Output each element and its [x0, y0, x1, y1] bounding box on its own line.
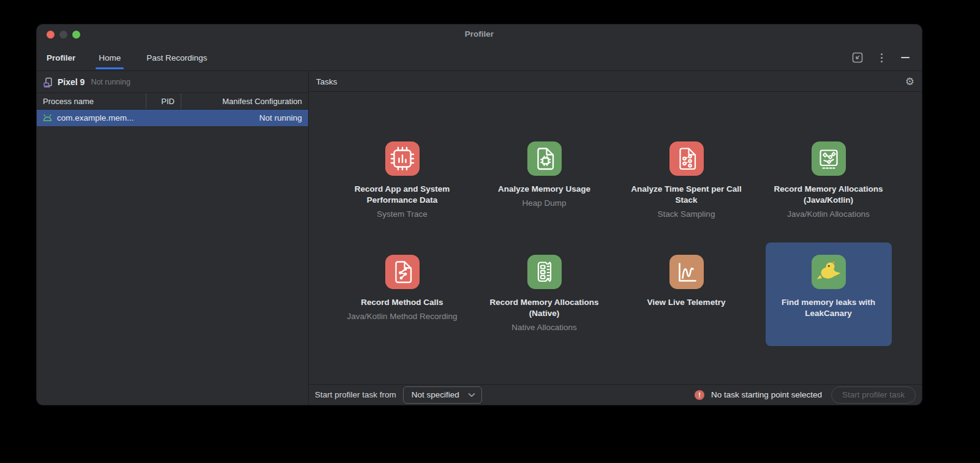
dock-window-icon[interactable] [851, 51, 864, 64]
device-status: Not running [91, 78, 130, 86]
start-profiler-task-button[interactable]: Start profiler task [831, 386, 916, 404]
profiler-window: Profiler Profiler Home Past Recordings [37, 24, 922, 405]
java-allocations-icon [812, 141, 846, 176]
task-subtitle: Java/Kotlin Allocations [787, 209, 869, 220]
tab-home[interactable]: Home [99, 45, 121, 71]
tasks-header: Tasks ⚙ [309, 72, 922, 92]
task-card-stack-sampling[interactable]: Analyze Time Spent per Call Stack Stack … [616, 129, 758, 233]
process-status: Not running [259, 113, 302, 122]
window-title: Profiler [37, 29, 922, 39]
column-pid: PID [146, 93, 181, 109]
task-title: Record Method Calls [361, 297, 443, 308]
task-subtitle: Native Allocations [511, 322, 577, 333]
task-card-leakcanary[interactable]: Find memory leaks with LeakCanary [766, 243, 892, 346]
task-title: Analyze Time Spent per Call Stack [624, 184, 749, 206]
chevron-down-icon [468, 393, 475, 397]
column-process-name: Process name [37, 93, 146, 109]
task-subtitle: Stack Sampling [658, 209, 715, 220]
warning-icon: ! [695, 390, 704, 400]
task-card-system-trace[interactable]: Record App and System Performance Data S… [331, 129, 473, 233]
more-options-icon[interactable] [875, 51, 888, 64]
task-card-native-allocations[interactable]: Record Memory Allocations (Native) Nativ… [473, 243, 616, 346]
tasks-panel: Tasks ⚙ Rec [309, 72, 922, 405]
warning-message: No task starting point selected [711, 390, 822, 399]
column-manifest-configuration: Manifest Configuration [181, 93, 308, 109]
task-title: Record Memory Allocations (Java/Kotlin) [766, 184, 891, 206]
task-card-heap-dump[interactable]: Analyze Memory Usage Heap Dump [473, 129, 616, 233]
task-title: View Live Telemetry [647, 297, 726, 308]
task-title: Find memory leaks with LeakCanary [766, 297, 891, 319]
active-tab-underline [96, 67, 124, 69]
task-title: Record App and System Performance Data [340, 184, 465, 206]
starting-point-dropdown[interactable]: Not specified [403, 386, 482, 404]
process-table-header: Process name PID Manifest Configuration [37, 93, 308, 110]
table-row[interactable]: com.example.mem... Not running [37, 110, 308, 126]
task-subtitle: Java/Kotlin Method Recording [347, 311, 457, 322]
android-icon [43, 115, 52, 121]
task-subtitle: System Trace [377, 209, 428, 220]
device-name: Pixel 9 [58, 77, 85, 87]
gear-icon[interactable]: ⚙ [905, 77, 914, 87]
cpu-chart-icon [385, 141, 420, 176]
start-from-label: Start profiler task from [315, 390, 396, 399]
device-row: Pixel 9 Not running [37, 72, 308, 93]
hide-icon[interactable] [899, 51, 912, 64]
tab-past-recordings[interactable]: Past Recordings [146, 45, 207, 71]
task-card-java-kotlin-allocations[interactable]: Record Memory Allocations (Java/Kotlin) … [758, 129, 900, 233]
tasks-body: Record App and System Performance Data S… [309, 92, 922, 384]
task-footer-bar: Start profiler task from Not specified !… [309, 384, 922, 405]
task-card-method-calls[interactable]: Record Method Calls Java/Kotlin Method R… [331, 243, 473, 346]
task-title: Analyze Memory Usage [498, 184, 590, 195]
task-card-live-telemetry[interactable]: View Live Telemetry [616, 243, 758, 346]
leakcanary-icon [812, 255, 846, 289]
title-bar: Profiler [37, 24, 922, 45]
task-title: Record Memory Allocations (Native) [482, 297, 607, 319]
method-calls-icon [385, 255, 420, 289]
telemetry-icon [669, 255, 704, 289]
process-list-panel: Pixel 9 Not running Process name PID Man… [37, 72, 309, 405]
tool-window-label: Profiler [47, 53, 75, 62]
tab-bar: Profiler Home Past Recordings [37, 45, 922, 71]
heap-dump-icon [527, 141, 562, 176]
virtual-device-icon [43, 77, 53, 88]
tasks-title: Tasks [316, 77, 337, 86]
native-allocations-icon [527, 255, 562, 289]
task-subtitle: Heap Dump [522, 198, 566, 209]
starting-point-value: Not specified [412, 390, 459, 399]
process-name: com.example.mem... [57, 113, 134, 122]
stack-sampling-icon [669, 141, 704, 176]
